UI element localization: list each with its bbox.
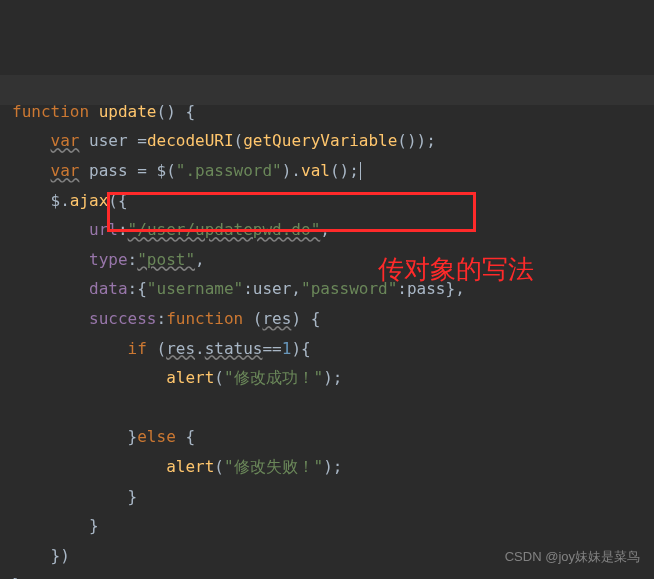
text-cursor [360, 162, 361, 180]
keyword-var: var [51, 131, 80, 150]
keyword-function: function [12, 102, 89, 121]
function-name: update [99, 102, 157, 121]
code-editor[interactable]: function update() { var user =decodeURI(… [12, 8, 642, 579]
keyword-var: var [51, 161, 80, 180]
code-content: function update() { var user =decodeURI(… [12, 97, 642, 579]
annotation-text: 传对象的写法 [378, 245, 534, 293]
